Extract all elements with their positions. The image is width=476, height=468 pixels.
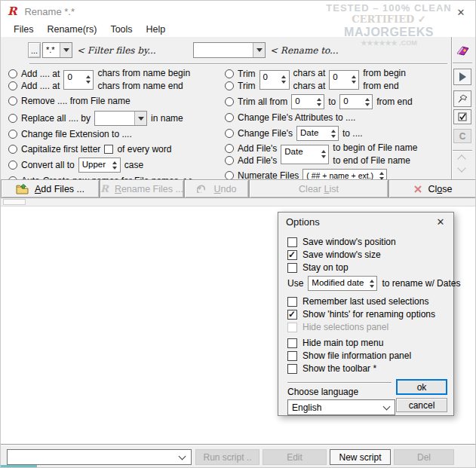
checkbox-box[interactable]	[287, 364, 297, 374]
pin-icon[interactable]	[453, 90, 471, 107]
replace-with-value[interactable]	[95, 112, 134, 125]
every-word-checkbox[interactable]	[104, 145, 113, 154]
checkbox-box[interactable]	[287, 323, 297, 332]
checkbox-show-file-info-panel[interactable]: Show file information panel	[287, 350, 447, 362]
dialog-title-bar[interactable]: Options	[278, 213, 453, 231]
checkbox-hide-selections-panel[interactable]: Hide selections panel	[287, 321, 447, 333]
spinner-arrows-icon[interactable]	[110, 158, 120, 172]
language-value[interactable]: English	[288, 402, 384, 413]
case-spinner[interactable]: Upper	[78, 158, 121, 173]
radio-add-date-begin[interactable]	[225, 144, 234, 153]
spinner-arrows-icon[interactable]	[367, 277, 376, 290]
spinner-value[interactable]: Date	[281, 145, 318, 164]
menu-help[interactable]: Help	[140, 23, 173, 36]
radio-add-date-end[interactable]	[225, 156, 234, 165]
dialog-close-icon[interactable]: ✕	[433, 215, 448, 228]
rename-files-button[interactable]: R Rename Files ...	[100, 179, 184, 198]
undo-button[interactable]: Undo	[184, 179, 249, 198]
language-select[interactable]: English	[287, 399, 395, 415]
browse-files-button[interactable]: ...	[28, 42, 41, 58]
spinner-arrows-icon[interactable]	[362, 95, 372, 109]
radio-change-date[interactable]	[225, 129, 234, 138]
checkbox-box[interactable]	[287, 338, 297, 348]
help-book-icon[interactable]	[453, 42, 471, 59]
chevron-down-icon[interactable]	[383, 402, 391, 410]
spinner-value[interactable]: Modified date	[309, 277, 367, 290]
options-checkbox-icon[interactable]	[453, 109, 471, 124]
change-date-spinner[interactable]: Date	[296, 126, 339, 141]
radio-trim-begin[interactable]	[225, 69, 234, 78]
trim-position-spinner[interactable]: 0	[329, 70, 359, 90]
checkbox-box[interactable]	[287, 310, 297, 320]
dropdown-arrow-icon[interactable]	[253, 43, 265, 57]
chevron-down-icon[interactable]	[179, 452, 186, 460]
checkbox-remember-selections[interactable]: Remember last used selections	[287, 295, 447, 307]
radio-attributes[interactable]	[225, 113, 234, 122]
spinner-value[interactable]: Upper	[79, 158, 110, 172]
spinner-value[interactable]: 0	[64, 71, 83, 89]
spinner-arrows-icon[interactable]	[328, 127, 338, 140]
checkbox-save-window-position[interactable]: Save window's position	[287, 236, 447, 248]
rename-to-value[interactable]	[194, 43, 253, 57]
ok-button[interactable]: ok	[396, 379, 447, 395]
checkbox-hide-main-menu[interactable]: Hide main top menu	[287, 337, 447, 349]
trim-chars-spinner[interactable]: 0	[259, 70, 290, 90]
clear-list-button[interactable]: Clear List	[249, 179, 388, 198]
trim-all-to-spinner[interactable]: 0	[339, 94, 373, 109]
checkbox-box[interactable]	[287, 297, 297, 307]
spinner-value[interactable]: 0	[340, 95, 362, 109]
scroll-down-icon[interactable]	[457, 164, 465, 172]
trim-all-from-spinner[interactable]: 0	[291, 94, 324, 109]
close-button[interactable]: Close	[388, 179, 476, 198]
radio-add-at-end[interactable]	[8, 81, 17, 90]
checkbox-box[interactable]	[287, 237, 297, 247]
edit-script-button[interactable]: Edit	[263, 449, 327, 465]
checkbox-show-hints[interactable]: Show 'hints' for renaming options	[287, 308, 447, 320]
new-script-button[interactable]: New script	[330, 449, 391, 465]
rename-to-combobox[interactable]	[193, 42, 266, 58]
checkbox-save-window-size[interactable]: Save window's size	[287, 249, 447, 261]
add-files-button[interactable]: Add Files ...	[1, 179, 100, 198]
spinner-arrows-icon[interactable]	[318, 145, 328, 164]
checkbox-stay-on-top[interactable]: Stay on top	[287, 262, 447, 274]
add-file-date-spinner[interactable]: Date	[281, 145, 329, 164]
spinner-arrows-icon[interactable]	[314, 95, 324, 109]
spinner-value[interactable]: 0	[260, 71, 279, 89]
filter-mask-combobox[interactable]: *.*	[42, 42, 72, 58]
dropdown-arrow-icon[interactable]	[134, 112, 146, 125]
run-script-button[interactable]: Run script ..	[195, 449, 259, 465]
scroll-up-icon[interactable]	[457, 154, 465, 163]
menu-files[interactable]: Files	[7, 23, 40, 36]
menu-renamers[interactable]: Rename(rs)	[40, 23, 103, 36]
spinner-arrows-icon[interactable]	[349, 71, 358, 89]
radio-convert-case[interactable]	[8, 161, 17, 170]
radio-trim-end[interactable]	[225, 81, 234, 90]
menu-tools[interactable]: Tools	[103, 23, 139, 36]
c-button[interactable]: C	[453, 129, 471, 143]
checkbox-show-toolbar[interactable]: Show the toolbar *	[287, 362, 447, 375]
date-type-spinner[interactable]: Modified date	[308, 276, 377, 291]
play-icon[interactable]	[453, 69, 471, 85]
radio-change-extension[interactable]	[8, 130, 17, 139]
checkbox-box[interactable]	[287, 263, 297, 273]
filter-mask-value[interactable]: *.*	[43, 43, 60, 57]
replace-with-combobox[interactable]	[94, 111, 147, 126]
script-combobox[interactable]	[7, 449, 192, 465]
spinner-value[interactable]: Date	[297, 127, 328, 140]
window-close-icon[interactable]: ✕	[453, 5, 469, 20]
spinner-arrows-icon[interactable]	[279, 71, 289, 89]
radio-remove[interactable]	[8, 96, 17, 106]
checkbox-box[interactable]	[287, 351, 297, 361]
cancel-button[interactable]: cancel	[396, 398, 447, 412]
radio-replace[interactable]	[8, 114, 17, 123]
radio-add-at-begin[interactable]	[8, 69, 17, 78]
radio-trim-all[interactable]	[225, 97, 234, 106]
spinner-value[interactable]: 0	[330, 71, 349, 89]
add-chars-spinner[interactable]: 0	[63, 70, 94, 90]
spinner-value[interactable]: 0	[292, 95, 314, 109]
delete-script-button[interactable]: Del	[394, 449, 454, 465]
spinner-arrows-icon[interactable]	[83, 71, 93, 89]
checkbox-box[interactable]	[287, 250, 297, 260]
dropdown-arrow-icon[interactable]	[60, 43, 72, 57]
radio-capitalize[interactable]	[8, 145, 17, 154]
